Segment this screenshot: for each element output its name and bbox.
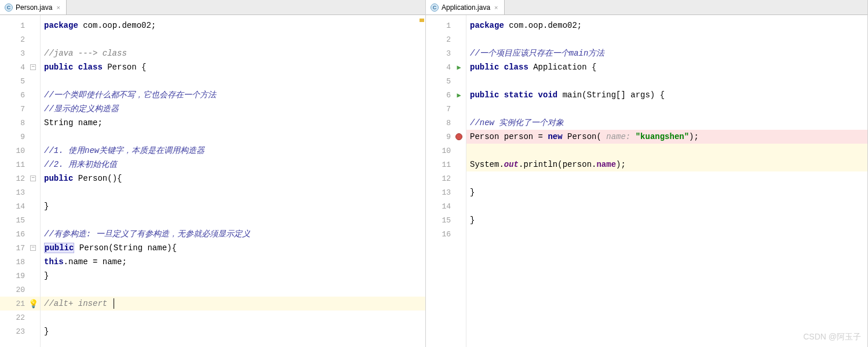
code-line[interactable]: //一个类即使什么都不写，它也会存在一个方法 (41, 88, 425, 102)
code-line[interactable] (41, 213, 425, 227)
code-line[interactable]: } (466, 213, 867, 227)
code-line[interactable] (466, 32, 867, 46)
code-line[interactable]: } (41, 199, 425, 213)
gutter-line[interactable]: 2 (0, 32, 40, 46)
gutter-line[interactable]: 20 (0, 283, 40, 297)
editor-right[interactable]: 1 2 3 4▶ 5 6▶ 7 8 9 10 11 12 13 14 15 16… (426, 15, 867, 347)
fold-icon[interactable]: − (30, 64, 36, 70)
gutter-line[interactable]: 6▶ (426, 88, 466, 102)
code-line[interactable] (466, 144, 867, 158)
code-right[interactable]: package com.oop.demo02; //一个项目应该只存在一个mai… (466, 15, 867, 347)
tab-bar-left: Person.java × (0, 0, 425, 15)
gutter-line[interactable]: 12− (0, 171, 40, 185)
code-line[interactable]: //2. 用来初始化值 (41, 158, 425, 171)
code-line[interactable]: public Person(String name){ (41, 241, 425, 255)
code-line[interactable] (466, 227, 867, 241)
code-line[interactable] (41, 185, 425, 199)
code-line[interactable]: public Person(){ (41, 171, 425, 185)
code-line[interactable]: this.name = name; (41, 255, 425, 269)
editor-panel-left: Person.java × 1 2 3 4− 5 6 7 8 9 10 11 1… (0, 0, 426, 347)
gutter-line[interactable]: 11 (0, 158, 40, 171)
code-line[interactable]: Person person = new Person( name: "kuang… (466, 130, 867, 144)
gutter-line[interactable]: 3 (0, 46, 40, 60)
code-line[interactable]: //java ---> class (41, 46, 425, 60)
code-line[interactable]: //显示的定义构造器 (41, 102, 425, 116)
code-line[interactable]: //alt+ insert (41, 297, 425, 311)
gutter-line[interactable]: 10 (0, 144, 40, 158)
gutter-line[interactable]: 1 (0, 19, 40, 32)
code-line[interactable]: public class Person { (41, 60, 425, 74)
code-line[interactable] (466, 199, 867, 213)
close-icon[interactable]: × (55, 4, 61, 11)
text-cursor (114, 298, 114, 309)
gutter-line[interactable]: 15 (426, 213, 466, 227)
gutter-line[interactable]: 8 (0, 116, 40, 130)
editor-panel-right: Application.java × 1 2 3 4▶ 5 6▶ 7 8 9 1… (426, 0, 868, 347)
gutter-line[interactable]: 5 (0, 74, 40, 88)
gutter-line[interactable]: 14 (426, 199, 466, 213)
code-line[interactable]: //一个项目应该只存在一个main方法 (466, 46, 867, 60)
code-line[interactable] (41, 32, 425, 46)
gutter-line[interactable]: 18 (0, 255, 40, 269)
gutter-line[interactable]: 17− (0, 241, 40, 255)
code-line[interactable]: public static void main(String[] args) { (466, 88, 867, 102)
code-line[interactable]: System.out.println(person.name); (466, 158, 867, 171)
gutter-line[interactable]: 6 (0, 88, 40, 102)
breakpoint-icon[interactable] (454, 132, 464, 141)
gutter-line[interactable]: 2 (426, 32, 466, 46)
gutter-line[interactable]: 12 (426, 171, 466, 185)
fold-icon[interactable]: − (30, 245, 36, 251)
gutter-right: 1 2 3 4▶ 5 6▶ 7 8 9 10 11 12 13 14 15 16 (426, 15, 466, 347)
editor-left[interactable]: 1 2 3 4− 5 6 7 8 9 10 11 12− 13 14 15 16… (0, 15, 425, 347)
code-line[interactable]: } (41, 269, 425, 283)
code-line[interactable]: String name; (41, 116, 425, 130)
code-line[interactable] (41, 74, 425, 88)
code-line[interactable] (41, 283, 425, 297)
fold-icon[interactable]: − (30, 176, 36, 181)
gutter-line[interactable]: 23 (0, 324, 40, 338)
code-line[interactable] (41, 130, 425, 144)
gutter-line[interactable]: 9 (0, 130, 40, 144)
gutter-line[interactable]: 3 (426, 46, 466, 60)
code-line[interactable] (466, 171, 867, 185)
code-line[interactable]: } (41, 324, 425, 338)
code-line[interactable] (466, 74, 867, 88)
gutter-line[interactable]: 7 (426, 102, 466, 116)
tab-application[interactable]: Application.java × (426, 0, 505, 14)
run-icon[interactable]: ▶ (454, 63, 464, 72)
code-left[interactable]: package com.oop.demo02; //java ---> clas… (41, 15, 425, 347)
run-icon[interactable]: ▶ (454, 90, 464, 100)
code-line[interactable]: //1. 使用new关键字，本质是在调用构造器 (41, 144, 425, 158)
gutter-line[interactable]: 13 (0, 185, 40, 199)
code-line[interactable] (466, 102, 867, 116)
gutter-line[interactable]: 5 (426, 74, 466, 88)
code-line[interactable] (41, 311, 425, 324)
code-line[interactable]: //new 实例化了一个对象 (466, 116, 867, 130)
gutter-line[interactable]: 15 (0, 213, 40, 227)
gutter-line[interactable]: 14 (0, 199, 40, 213)
gutter-line[interactable]: 4▶ (426, 60, 466, 74)
tab-person[interactable]: Person.java × (0, 0, 67, 14)
gutter-line[interactable]: 1 (426, 19, 466, 32)
gutter-line[interactable]: 21💡 (0, 297, 40, 311)
close-icon[interactable]: × (493, 4, 499, 11)
gutter-line[interactable]: 11 (426, 158, 466, 171)
code-line[interactable]: } (466, 185, 867, 199)
gutter-line[interactable]: 4− (0, 60, 40, 74)
gutter-line[interactable]: 22 (0, 311, 40, 324)
code-line[interactable]: package com.oop.demo02; (41, 19, 425, 32)
gutter-line[interactable]: 19 (0, 269, 40, 283)
gutter-line[interactable]: 16 (0, 227, 40, 241)
code-line[interactable]: package com.oop.demo02; (466, 19, 867, 32)
gutter-line[interactable]: 7 (0, 102, 40, 116)
tab-label: Person.java (16, 3, 52, 12)
gutter-line[interactable]: 9 (426, 130, 466, 144)
gutter-line[interactable]: 16 (426, 227, 466, 241)
gutter-line[interactable]: 13 (426, 185, 466, 199)
bulb-icon[interactable]: 💡 (28, 299, 38, 308)
code-line[interactable]: public class Application { (466, 60, 867, 74)
gutter-line[interactable]: 8 (426, 116, 466, 130)
gutter-line[interactable]: 10 (426, 144, 466, 158)
java-class-icon (431, 3, 439, 12)
code-line[interactable]: //有参构造: 一旦定义了有参构造，无参就必须显示定义 (41, 227, 425, 241)
